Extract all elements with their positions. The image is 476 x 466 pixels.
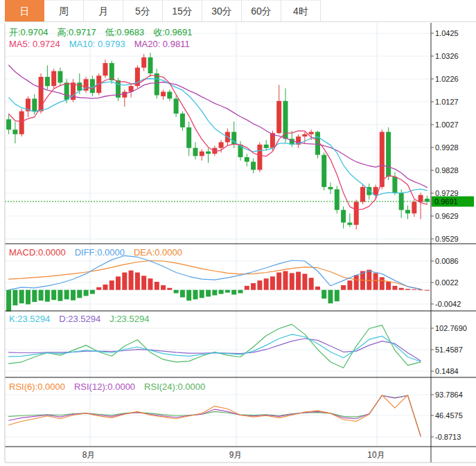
legend-item: MA5: 0.9724	[9, 39, 60, 49]
x-axis-month-label: 8月	[82, 449, 96, 461]
rsi-legend: RSI(6):0.0000RSI(12):0.0000RSI(24):0.000…	[9, 382, 214, 392]
legend-item: RSI(6):0.0000	[9, 382, 65, 392]
legend-item: MACD:0.0000	[9, 247, 66, 258]
y-axis-tick-label: 46.4575	[435, 411, 463, 420]
y-axis-tick-label: 0.9928	[435, 143, 459, 152]
legend-item: DEA:0.0000	[134, 247, 182, 258]
y-axis-tick-label: 0.9629	[435, 212, 459, 220]
y-axis-tick-label: 0.0086	[435, 257, 459, 265]
macd-legend: MACD:0.0000DIFF:0.0000DEA:0.0000	[9, 247, 191, 258]
last-price-tag: 0.9691	[432, 197, 474, 207]
legend-item: DIFF:0.0000	[75, 247, 125, 258]
kdj-legend: K:23.5294D:23.5294J:23.5294	[9, 314, 158, 324]
y-axis-tick-label: 0.1484	[435, 367, 459, 375]
x-axis-month-label: 10月	[367, 449, 385, 461]
legend-item: 高:0.9717	[57, 27, 96, 37]
y-axis-tick-label: 0.9828	[435, 166, 459, 174]
legend-item: 开:0.9704	[9, 27, 48, 37]
x-axis-month-label: 9月	[229, 449, 243, 461]
legend-item: RSI(12):0.0000	[74, 382, 135, 392]
y-axis-tick-label: -0.0042	[435, 300, 461, 308]
ma-legend: MA5: 0.9724MA10: 0.9793MA20: 0.9811	[9, 39, 199, 49]
y-axis-tick-label: -0.8713	[435, 433, 461, 441]
legend-item: 低:0.9683	[105, 27, 144, 37]
legend-item: RSI(24):0.0000	[144, 382, 205, 392]
legend-item: MA20: 0.9811	[134, 39, 190, 49]
y-axis-tick-label: 1.0127	[435, 98, 459, 106]
y-axis-tick-label: 51.4587	[435, 346, 463, 354]
y-axis-tick-label: 1.0226	[435, 75, 459, 83]
legend-item: MA10: 0.9793	[69, 39, 125, 49]
legend-item: J:23.5294	[109, 314, 149, 324]
y-axis-tick-label: 1.0326	[435, 52, 459, 60]
legend-item: D:23.5294	[59, 314, 100, 324]
y-axis-tick-label: 1.0425	[435, 29, 459, 37]
y-axis-tick-label: 102.7690	[435, 324, 467, 332]
legend-item: 收:0.9691	[153, 27, 192, 37]
ohlc-legend: 开:0.9704高:0.9717低:0.9683收:0.9691	[9, 26, 202, 39]
y-axis-tick-label: 0.0022	[435, 278, 459, 287]
y-axis-tick-label: 0.9529	[435, 235, 459, 243]
y-axis-tick-label: 93.7864	[435, 391, 463, 399]
legend-item: K:23.5294	[9, 314, 50, 324]
trading-chart-window: 日周月5分15分30分60分4时 开:0.9704高:0.9717低:0.968…	[0, 0, 476, 466]
y-axis-tick-label: 1.0027	[435, 120, 459, 129]
